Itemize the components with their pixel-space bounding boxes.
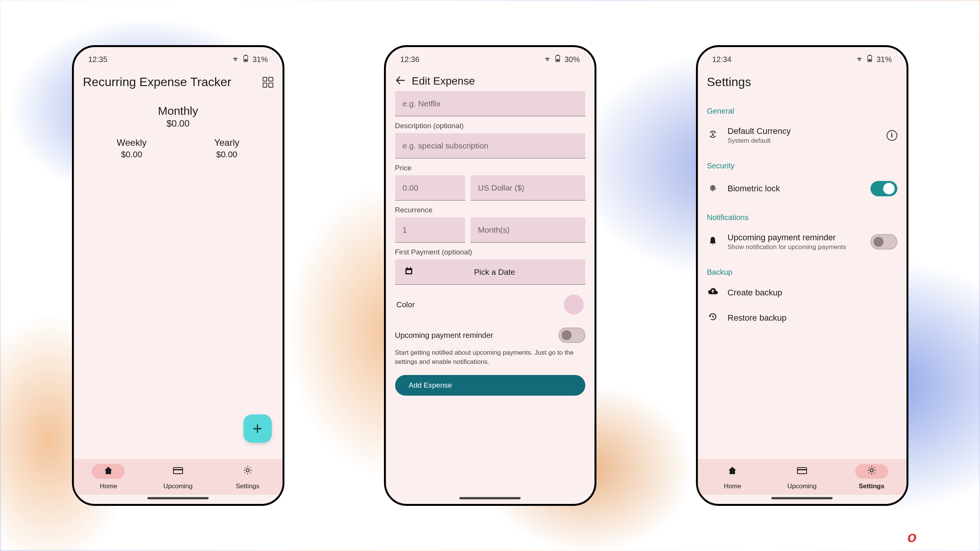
battery-percent: 31% <box>252 55 268 64</box>
cloud-upload-icon <box>707 287 719 298</box>
phone-edit-expense: 12:36 30% Edit Expense e.g. Netflix Desc… <box>384 45 596 506</box>
currency-subtitle: System default <box>728 137 877 145</box>
nav-home[interactable]: Home <box>74 464 144 490</box>
svg-rect-10 <box>407 270 411 273</box>
date-picker[interactable]: Pick a Date <box>395 259 585 285</box>
summary-panel: Monthly $0.00 Weekly $0.00 Yearly $0.00 <box>83 104 273 160</box>
gear-icon <box>867 465 877 478</box>
weekly-label: Weekly <box>117 137 147 148</box>
weekly-value: $0.00 <box>117 150 147 160</box>
description-input[interactable]: e.g. special subscription <box>395 133 585 158</box>
svg-rect-1 <box>245 55 247 55</box>
currency-select[interactable]: US Dollar ($) <box>470 175 585 201</box>
gear-icon <box>243 465 253 478</box>
svg-rect-3 <box>173 468 183 474</box>
description-label: Description (optional) <box>395 122 585 130</box>
price-value: 0.00 <box>403 183 418 192</box>
status-bar: 12:35 31% <box>74 47 283 68</box>
nav-upcoming[interactable]: Upcoming <box>143 464 213 490</box>
setting-create-backup[interactable]: Create backup <box>707 280 897 305</box>
page-title: Edit Expense <box>412 75 585 87</box>
color-swatch[interactable] <box>564 295 584 315</box>
status-time: 12:36 <box>400 55 420 64</box>
battery-icon <box>555 55 560 64</box>
svg-text:$: $ <box>711 132 714 137</box>
nav-home-label: Home <box>698 483 768 490</box>
status-bar: 12:34 31% <box>698 47 906 68</box>
price-label: Price <box>395 164 585 172</box>
svg-rect-14 <box>869 55 871 55</box>
wifi-icon <box>544 55 551 64</box>
currency-exchange-icon: $ <box>707 129 719 142</box>
reminder-title: Upcoming payment reminder <box>728 233 861 243</box>
recurrence-count-input[interactable]: 1 <box>395 217 465 243</box>
color-label: Color <box>397 300 415 309</box>
section-security: Security <box>707 161 897 170</box>
setting-default-currency[interactable]: $ Default Currency System default i <box>707 119 897 152</box>
section-backup: Backup <box>707 268 897 277</box>
yearly-value: $0.00 <box>214 150 239 160</box>
nav-upcoming-label: Upcoming <box>143 483 213 490</box>
reminder-toggle-label: Upcoming payment reminder <box>395 331 493 340</box>
nav-home[interactable]: Home <box>698 464 768 490</box>
nav-settings-label: Settings <box>837 483 906 490</box>
battery-icon <box>243 55 248 64</box>
card-icon <box>173 466 183 478</box>
nav-settings-label: Settings <box>213 483 283 490</box>
monthly-label: Monthly <box>83 104 273 117</box>
home-icon <box>103 466 113 478</box>
setting-restore-backup[interactable]: Restore backup <box>707 305 897 331</box>
grid-view-icon[interactable] <box>263 77 273 88</box>
plus-icon: + <box>253 419 263 438</box>
back-icon[interactable] <box>395 75 405 87</box>
svg-rect-2 <box>245 59 247 61</box>
watermark: Pocket-lint <box>898 528 972 546</box>
recurrence-count: 1 <box>403 225 407 235</box>
nav-home-label: Home <box>74 483 144 490</box>
svg-rect-18 <box>797 468 807 474</box>
first-payment-label: First Payment (optional) <box>395 248 585 256</box>
svg-rect-11 <box>407 267 408 269</box>
reminder-subtitle: Show notification for upcoming payments <box>728 243 861 251</box>
nav-upcoming[interactable]: Upcoming <box>767 464 837 490</box>
name-placeholder: e.g. Netflix <box>403 99 441 108</box>
recurrence-unit-select[interactable]: Month(s) <box>470 217 585 243</box>
reminder-toggle[interactable] <box>559 328 585 343</box>
restore-icon <box>707 312 719 324</box>
page-title: Settings <box>707 75 897 89</box>
phone-settings: 12:34 31% Settings General $ Default Cur… <box>696 45 908 506</box>
name-input[interactable]: e.g. Netflix <box>395 91 585 116</box>
battery-percent: 31% <box>876 55 892 64</box>
gesture-bar <box>147 497 209 499</box>
svg-point-5 <box>246 469 249 472</box>
add-expense-button[interactable]: Add Expense <box>395 375 585 396</box>
phone-home: 12:35 31% Recurring Expense Tracker Mont… <box>72 45 284 506</box>
reminder-toggle[interactable] <box>871 234 897 249</box>
page-title: Recurring Expense Tracker <box>83 75 256 89</box>
yearly-label: Yearly <box>214 137 239 148</box>
biometric-toggle[interactable] <box>871 181 897 196</box>
setting-reminder[interactable]: Upcoming payment reminder Show notificat… <box>707 226 897 258</box>
recurrence-unit: Month(s) <box>478 225 510 235</box>
bottom-nav: Home Upcoming Settings <box>74 459 283 495</box>
section-general: General <box>707 107 897 116</box>
currency-value: US Dollar ($) <box>478 183 524 192</box>
battery-icon <box>867 55 872 64</box>
wifi-icon <box>232 55 239 64</box>
create-backup-title: Create backup <box>728 288 897 298</box>
gesture-bar <box>771 497 833 499</box>
calendar-icon <box>404 266 413 277</box>
wifi-icon <box>856 55 863 64</box>
biometric-title: Biometric lock <box>728 184 861 194</box>
nav-upcoming-label: Upcoming <box>767 483 837 490</box>
fingerprint-icon <box>707 183 719 195</box>
status-bar: 12:36 30% <box>386 47 595 68</box>
nav-settings[interactable]: Settings <box>837 464 906 490</box>
info-icon[interactable]: i <box>887 130 897 141</box>
price-input[interactable]: 0.00 <box>395 175 465 201</box>
add-expense-button-label: Add Expense <box>409 381 452 389</box>
setting-biometric[interactable]: Biometric lock <box>707 174 897 203</box>
monthly-value: $0.00 <box>83 118 273 129</box>
add-expense-fab[interactable]: + <box>243 414 272 443</box>
nav-settings[interactable]: Settings <box>213 464 283 490</box>
